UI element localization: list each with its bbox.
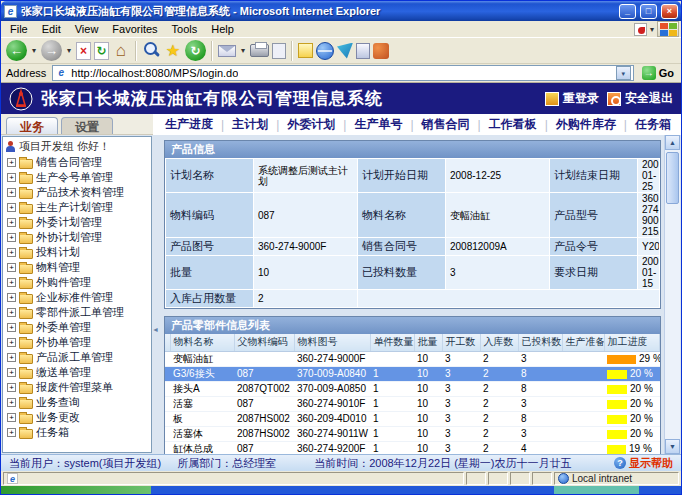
expand-icon[interactable]: + — [7, 428, 16, 437]
sidebar-item[interactable]: +外委单管理 — [3, 320, 151, 335]
edit-icon[interactable] — [272, 43, 286, 59]
nav-item[interactable]: 生产进度 — [165, 116, 213, 133]
nav-item[interactable]: 任务箱 — [635, 116, 671, 133]
expand-icon[interactable]: + — [7, 293, 16, 302]
nav-item[interactable]: 销售合同 — [422, 116, 470, 133]
search-icon[interactable] — [142, 41, 161, 60]
sidebar-item[interactable]: +产品技术资料管理 — [3, 185, 151, 200]
sidebar-item[interactable]: +销售合同管理 — [3, 155, 151, 170]
address-url[interactable]: http://localhost:8080/MPS/login.do — [71, 67, 238, 79]
column-header[interactable]: 物料图号 — [294, 334, 370, 351]
nav-item[interactable]: 工作看板 — [489, 116, 537, 133]
sidebar-item[interactable]: +投料计划 — [3, 245, 151, 260]
sidebar-item[interactable]: +生产令号单管理 — [3, 170, 151, 185]
column-header[interactable]: 批量 — [414, 334, 442, 351]
expand-icon[interactable]: + — [7, 188, 16, 197]
table-row[interactable]: 接头A2087QT002370-009-A085011032820 % — [165, 381, 660, 396]
scroll-up-icon[interactable]: ▲ — [665, 135, 680, 150]
column-header[interactable]: 开工数 — [442, 334, 480, 351]
relogin-button[interactable]: 重登录 — [545, 90, 599, 107]
forward-dropdown-icon[interactable]: ▾ — [65, 46, 73, 55]
expand-icon[interactable]: + — [7, 323, 16, 332]
sidebar-item[interactable]: +主生产计划管理 — [3, 200, 151, 215]
nav-item[interactable]: 外委计划 — [287, 116, 335, 133]
table-row[interactable]: 板2087HS002360-209-4D01011032820 % — [165, 411, 660, 426]
mail-dropdown-icon[interactable]: ▾ — [239, 46, 247, 55]
sidebar-item[interactable]: +报废件管理菜单 — [3, 380, 151, 395]
expand-icon[interactable]: + — [7, 338, 16, 347]
expand-icon[interactable]: + — [7, 368, 16, 377]
vertical-scroll-thumb[interactable] — [666, 152, 679, 204]
sidebar-item[interactable]: +外委计划管理 — [3, 215, 151, 230]
print-icon[interactable] — [250, 44, 269, 57]
menu-favorites[interactable]: Favorites — [105, 22, 164, 36]
nav-item[interactable]: 主计划 — [232, 116, 268, 133]
column-header[interactable]: 加工进度 — [604, 334, 660, 351]
tab-业务[interactable]: 业务 — [6, 117, 58, 134]
scroll-down-icon[interactable]: ▼ — [665, 439, 680, 454]
adobe-pdf-icon[interactable] — [634, 23, 647, 36]
menu-file[interactable]: File — [3, 22, 35, 36]
start-button[interactable] — [1, 486, 151, 494]
favorites-icon[interactable]: ★ — [164, 41, 182, 60]
tab-设置[interactable]: 设置 — [61, 117, 113, 134]
go-button[interactable]: → Go — [638, 66, 678, 80]
sidebar-item[interactable]: +任务箱 — [3, 425, 151, 440]
notes-icon[interactable] — [298, 43, 313, 58]
expand-icon[interactable]: + — [7, 173, 16, 182]
expand-icon[interactable]: + — [7, 398, 16, 407]
expand-icon[interactable]: + — [7, 248, 16, 257]
buddy-icon[interactable] — [373, 43, 389, 59]
close-button[interactable]: × — [661, 4, 678, 19]
nav-item[interactable]: 外购件库存 — [556, 116, 616, 133]
mail-icon[interactable] — [218, 45, 236, 57]
table-row[interactable]: 缸体总成087360-274-9200F11032419 % — [165, 441, 660, 454]
column-header[interactable]: 父物料编码 — [234, 334, 294, 351]
refresh-icon[interactable]: ↻ — [94, 42, 109, 60]
sidebar-item[interactable]: +零部件派工单管理 — [3, 305, 151, 320]
expand-icon[interactable]: + — [7, 158, 16, 167]
expand-icon[interactable]: + — [7, 413, 16, 422]
back-icon[interactable]: ← — [6, 40, 27, 61]
column-header[interactable]: 单件数量 — [370, 334, 414, 351]
address-input[interactable]: e http://localhost:8080/MPS/login.do ▾ — [52, 65, 633, 81]
vertical-scrollbar[interactable]: ▲ ▼ — [664, 135, 680, 454]
column-header[interactable]: 生产准备 — [562, 334, 604, 351]
nav-item[interactable]: 生产单号 — [354, 116, 402, 133]
sidebar-item[interactable]: +企业标准件管理 — [3, 290, 151, 305]
stop-icon[interactable]: × — [76, 42, 91, 60]
sidebar-item[interactable]: +外协单管理 — [3, 335, 151, 350]
expand-icon[interactable]: + — [7, 278, 16, 287]
back-dropdown-icon[interactable]: ▾ — [30, 46, 38, 55]
sidebar-item[interactable]: +缴送单管理 — [3, 365, 151, 380]
expand-icon[interactable]: + — [7, 203, 16, 212]
table-row[interactable]: 活塞体2087HS002360-274-9011W11032320 % — [165, 426, 660, 441]
menu-view[interactable]: View — [68, 22, 106, 36]
menu-help[interactable]: Help — [204, 22, 241, 36]
expand-icon[interactable]: + — [7, 308, 16, 317]
research-icon[interactable] — [356, 43, 370, 59]
column-header[interactable]: 物料名称 — [170, 334, 234, 351]
menu-edit[interactable]: Edit — [35, 22, 68, 36]
table-row[interactable]: G3/6接头087370-009-A084011032820 % — [165, 366, 660, 381]
sidebar-item[interactable]: +产品派工单管理 — [3, 350, 151, 365]
column-header[interactable]: 已投料数 — [518, 334, 562, 351]
maximize-button[interactable]: □ — [640, 4, 657, 19]
minimize-button[interactable]: _ — [619, 4, 636, 19]
menu-tools[interactable]: Tools — [165, 22, 205, 36]
sidebar-item[interactable]: +业务更改 — [3, 410, 151, 425]
table-row[interactable]: 活塞087360-274-9010F11032320 % — [165, 396, 660, 411]
sidebar-item[interactable]: +物料管理 — [3, 260, 151, 275]
taskbar-window-button[interactable] — [554, 486, 639, 494]
pdf-dropdown-icon[interactable]: ▾ — [650, 25, 654, 34]
logout-button[interactable]: 安全退出 — [607, 90, 673, 107]
expand-icon[interactable]: + — [7, 263, 16, 272]
expand-icon[interactable]: + — [7, 353, 16, 362]
home-icon[interactable]: ⌂ — [112, 41, 130, 61]
forward-icon[interactable]: → — [41, 40, 62, 61]
show-help-link[interactable]: ? 显示帮助 — [614, 456, 673, 471]
messenger-icon[interactable] — [337, 43, 353, 59]
sidebar-item[interactable]: +外购件管理 — [3, 275, 151, 290]
expand-icon[interactable]: + — [7, 383, 16, 392]
table-row[interactable]: 变幅油缸360-274-9000F1032329 % — [165, 351, 660, 366]
